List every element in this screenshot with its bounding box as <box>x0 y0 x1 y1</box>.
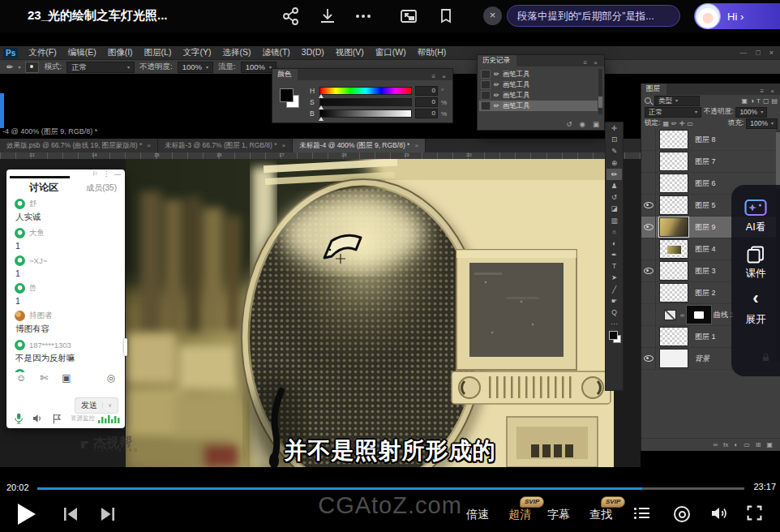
panel-drag-handle[interactable] <box>10 176 70 178</box>
seek-bar[interactable] <box>37 487 744 490</box>
minimize-icon[interactable]: — <box>739 49 747 57</box>
assistant-pill[interactable]: Hi › <box>694 3 780 29</box>
tab-close-icon[interactable]: × <box>147 142 151 149</box>
tab-close-icon[interactable]: × <box>414 142 418 149</box>
ps-menu-item-2[interactable]: 编辑(E) <box>62 47 102 58</box>
channel-value[interactable]: 0 <box>415 97 438 107</box>
tool-icon-12[interactable]: ✒ <box>606 249 622 260</box>
tool-icon-5[interactable]: ✏ <box>606 169 622 180</box>
panel-menu-icon[interactable]: ≡ × <box>760 86 780 95</box>
layer-row-2[interactable]: 图层 7 <box>641 151 776 173</box>
document-tab-2[interactable]: 未标题-3 @ 66.7% (图层 1, RGB/8) *× <box>158 139 293 152</box>
more-icon[interactable]: ⋮ <box>103 170 109 178</box>
ai-watch-icon[interactable] <box>744 198 767 217</box>
find-button[interactable]: 查找 <box>589 508 612 522</box>
volume-icon[interactable] <box>710 505 728 521</box>
layer-row-1[interactable]: 图层 8 <box>641 129 776 151</box>
visibility-cell[interactable] <box>641 151 656 172</box>
history-scrollbar[interactable] <box>598 69 602 114</box>
emoji-icon[interactable]: ☺ <box>16 372 26 384</box>
brush-preset-picker[interactable] <box>25 62 39 73</box>
channel-value[interactable]: 0 <box>415 86 438 96</box>
visibility-cell[interactable] <box>641 282 656 303</box>
ps-menu-item-8[interactable]: 3D(D) <box>296 47 330 58</box>
layer-filter-select[interactable]: 类型 ▾ <box>654 96 700 106</box>
ai-watch-label[interactable]: AI看 <box>746 221 765 234</box>
layer-filter-icon-1[interactable]: ▣ <box>742 97 748 105</box>
ps-menu-item-4[interactable]: 图层(L) <box>139 47 178 58</box>
ps-menu-item-6[interactable]: 选择(S) <box>216 47 256 58</box>
courseware-icon[interactable] <box>747 246 765 264</box>
close-icon[interactable]: × <box>483 6 502 25</box>
tool-icon-16[interactable]: ☛ <box>606 295 622 307</box>
history-entry-1[interactable]: ✏画笔工具 <box>479 69 598 79</box>
tool-icon-3[interactable]: ✎ <box>606 145 622 157</box>
ps-menu-item-7[interactable]: 滤镜(T) <box>256 47 295 58</box>
download-icon[interactable] <box>318 6 337 26</box>
pip-icon[interactable] <box>399 6 418 26</box>
ai-question-pill[interactable]: 段落中提到的“后期部分”是指... <box>507 5 680 27</box>
send-button[interactable]: 发送 ∨ <box>75 397 118 414</box>
visibility-cell[interactable] <box>641 173 656 194</box>
tool-icon-13[interactable]: T <box>606 260 622 272</box>
tool-icon-11[interactable]: ◐ <box>606 238 622 249</box>
ps-menu-item-5[interactable]: 文字(Y) <box>177 47 216 58</box>
canvas-image[interactable] <box>126 159 614 467</box>
layer-opacity-select[interactable]: 100% ▾ <box>735 107 767 118</box>
tool-icon-1[interactable]: ✛ <box>606 122 622 134</box>
ps-menu-item-10[interactable]: 窗口(W) <box>370 47 412 58</box>
visibility-cell[interactable] <box>641 238 656 260</box>
history-checkbox[interactable] <box>481 70 491 79</box>
layer-filter-icon-2[interactable]: ◑ <box>750 97 754 105</box>
document-tab-3[interactable]: 未标题-4 @ 400% (图层 9, RGB/8) *× <box>293 139 426 152</box>
opacity-select[interactable]: 100% ▾ <box>178 62 213 73</box>
tool-icon-15[interactable]: ╱ <box>606 284 622 295</box>
blend-mode-select[interactable]: 正常 ▾ <box>66 62 135 73</box>
foreground-background-swatches[interactable] <box>608 331 621 342</box>
chat-scrollbar-thumb[interactable] <box>124 338 127 356</box>
minimize-icon[interactable]: — <box>114 170 121 178</box>
members-count[interactable]: 成员(35) <box>86 182 117 194</box>
color-swatches[interactable] <box>280 88 301 109</box>
playlist-icon[interactable] <box>634 508 649 519</box>
lock-option-icon-2[interactable]: ✏ <box>671 120 677 127</box>
ps-menu-item-11[interactable]: 帮助(H) <box>412 47 452 58</box>
chevron-down-icon[interactable]: ▾ <box>18 64 20 70</box>
tool-icon-8[interactable]: ◪ <box>606 203 622 214</box>
tab-color[interactable]: 颜色 <box>272 69 298 80</box>
ps-menu-item-9[interactable]: 视图(V) <box>330 47 370 58</box>
visibility-cell[interactable] <box>641 129 656 150</box>
document-tab-1[interactable]: 效果版.psb @ 66.7% (曲线 19, 图层蒙版/8) *× <box>0 139 158 152</box>
tool-icon-14[interactable]: ➤ <box>606 272 622 283</box>
fx-icon[interactable]: fx <box>723 441 728 448</box>
tab-close-icon[interactable]: × <box>282 142 286 149</box>
visibility-cell[interactable] <box>641 304 656 325</box>
share-icon[interactable] <box>281 6 301 26</box>
close-icon[interactable]: × <box>769 49 774 57</box>
mask-icon[interactable]: ▭ <box>744 441 750 448</box>
adjustment-icon[interactable]: ◐ <box>734 441 738 448</box>
lock-option-icon-1[interactable]: ▦ <box>662 120 669 127</box>
layer-blend-select[interactable]: 正常 ▾ <box>645 107 701 118</box>
tool-icon-7[interactable]: ↺ <box>606 191 622 203</box>
panel-menu-icon[interactable]: ≡ × <box>583 58 604 66</box>
delete-icon[interactable]: ▣ <box>593 120 599 128</box>
lock-option-icon-3[interactable]: ✛ <box>679 120 685 127</box>
collapse-chevron-icon[interactable]: ‹ <box>752 292 758 305</box>
tool-icon-9[interactable]: ▥ <box>606 215 622 226</box>
cast-icon[interactable] <box>436 6 456 26</box>
link-icon[interactable]: ∞ <box>713 441 718 448</box>
color-slider-h[interactable] <box>319 87 412 95</box>
video-stage[interactable]: Ps 文件(F)编辑(E)图像(I)图层(L)文字(Y)选择(S)滤镜(T)3D… <box>0 32 780 481</box>
flag-icon[interactable] <box>53 414 61 424</box>
tool-icon-6[interactable]: ♟ <box>606 180 622 191</box>
cut-icon[interactable]: ✄ <box>40 372 48 384</box>
tool-icon-10[interactable]: ○ <box>606 226 622 238</box>
fullscreen-icon[interactable] <box>747 505 762 521</box>
send-options-caret[interactable]: ∨ <box>102 402 112 409</box>
next-episode-button[interactable] <box>100 508 114 521</box>
tab-history[interactable]: 历史记录 <box>478 55 516 66</box>
subtitle-button[interactable]: 字幕 <box>547 508 570 522</box>
expand-label[interactable]: 展开 <box>746 313 766 327</box>
layer-fill-select[interactable]: 100% ▾ <box>746 118 778 129</box>
